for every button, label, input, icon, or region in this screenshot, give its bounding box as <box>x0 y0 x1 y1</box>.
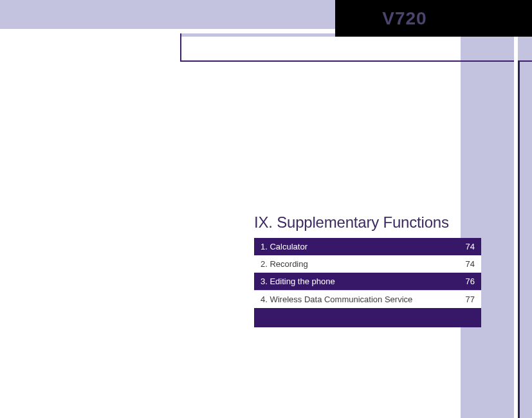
section-title: IX. Supplementary Functions <box>254 214 449 232</box>
separator-line <box>180 60 532 62</box>
toc-item-label: 4. Wireless Data Communication Service <box>261 295 412 304</box>
right-dark-line <box>518 60 520 418</box>
right-lavender-band <box>461 37 532 418</box>
toc-item-page: 76 <box>466 277 475 286</box>
toc-row: 4. Wireless Data Communication Service 7… <box>254 290 481 308</box>
toc-item-page: 74 <box>466 242 475 251</box>
toc-item-page: 74 <box>466 259 475 269</box>
toc-row: 3. Editing the phone 76 <box>254 273 481 290</box>
toc-row: 1. Calculator 74 <box>254 238 481 255</box>
toc-item-label: 3. Editing the phone <box>261 277 335 286</box>
toc-table: 1. Calculator 74 2. Recording 74 3. Edit… <box>254 238 481 327</box>
model-label: V720 <box>382 8 427 29</box>
toc-row: 2. Recording 74 <box>254 255 481 273</box>
toc-item-label: 1. Calculator <box>261 242 307 251</box>
header-stub-line <box>180 33 181 60</box>
toc-bottom-bar <box>254 308 481 327</box>
toc-item-label: 2. Recording <box>261 259 308 269</box>
header-white-strip-left <box>0 29 180 37</box>
toc-item-page: 77 <box>466 295 475 304</box>
model-box: V720 <box>335 0 532 37</box>
